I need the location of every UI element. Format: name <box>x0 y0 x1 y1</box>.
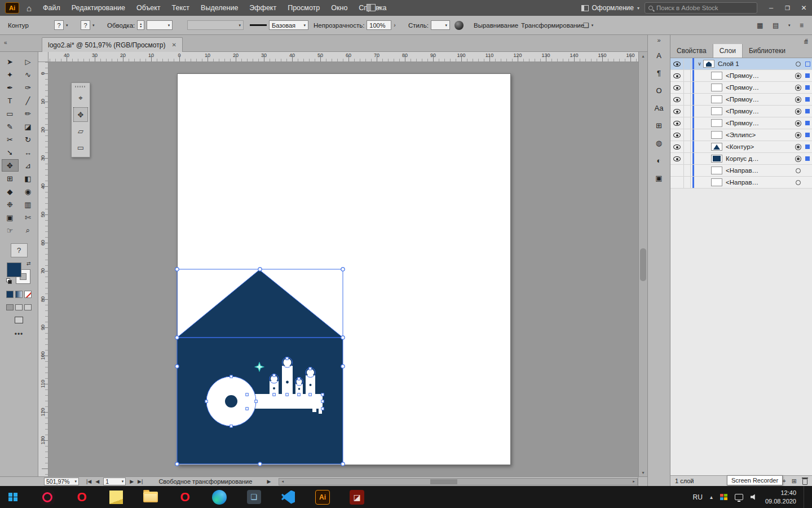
menu-Просмотр[interactable]: Просмотр <box>282 0 325 16</box>
delete-layer-icon[interactable] <box>802 479 807 485</box>
visibility-toggle[interactable] <box>670 106 684 117</box>
curvature-tool[interactable]: ✑ <box>20 81 37 94</box>
menu-Объект[interactable]: Объект <box>131 0 166 16</box>
stroke-weight-stepper[interactable]: ▴▾ <box>137 20 144 30</box>
layer-row[interactable]: Корпус д… <box>670 153 812 165</box>
target-indicator[interactable] <box>793 141 803 152</box>
swap-fill-stroke-icon[interactable]: ⇄ <box>27 261 31 266</box>
layer-row[interactable]: <Прямоу… <box>670 70 812 82</box>
free-transform-widget[interactable]: ⌖✥▱▭ <box>71 82 90 157</box>
lock-toggle[interactable] <box>684 129 691 141</box>
target-indicator[interactable] <box>793 70 803 81</box>
target-indicator[interactable] <box>793 82 803 93</box>
zoom-tool[interactable]: ⌕ <box>20 224 37 237</box>
width-profile-select[interactable]: ▾ <box>187 20 244 30</box>
hand-tool[interactable]: ☞ <box>2 224 19 237</box>
canvas-area[interactable]: 4030201001020304050607080901001101201301… <box>38 52 647 476</box>
lock-toggle[interactable] <box>684 165 691 176</box>
vertical-scrollbar[interactable]: ▴ ▾ <box>638 52 647 476</box>
layer-row[interactable]: <Прямоу… <box>670 82 812 94</box>
taskbar-file-explorer[interactable] <box>138 486 164 508</box>
style-select[interactable]: ▾ <box>431 20 450 30</box>
taskbar-opera-browser[interactable]: O <box>69 486 95 508</box>
character-styles-panel-icon[interactable]: Аа <box>651 100 667 115</box>
next-artboard-button[interactable]: ▶ <box>130 479 134 484</box>
gradient-swatch-button[interactable] <box>15 291 23 298</box>
selection-indicator[interactable] <box>803 141 812 152</box>
scroll-left-icon[interactable]: ◂ <box>279 479 286 485</box>
chevron-down-icon[interactable]: ▾ <box>788 23 791 28</box>
target-indicator[interactable] <box>793 106 803 117</box>
target-indicator[interactable] <box>793 177 803 188</box>
lock-toggle[interactable] <box>684 82 691 93</box>
layer-row[interactable]: <Направ… <box>670 177 812 189</box>
lock-toggle[interactable] <box>684 153 691 164</box>
rotate-tool[interactable]: ↻ <box>20 133 37 146</box>
character-panel-icon[interactable]: А <box>651 48 667 63</box>
draw-inside-button[interactable] <box>24 304 32 310</box>
layer-row[interactable]: <Прямоу… <box>670 106 812 117</box>
document-tab[interactable]: logo2.ai* @ 501,97% (RGB/Просмотр) ✕ <box>42 37 183 52</box>
tab-Библиотеки[interactable]: Библиотеки <box>743 44 792 58</box>
fill-swatch[interactable]: ? <box>54 20 64 30</box>
free-distort-icon[interactable]: ▭ <box>73 140 88 155</box>
target-indicator[interactable] <box>793 58 803 69</box>
selection-indicator[interactable] <box>803 165 812 176</box>
perspective-grid-tool[interactable]: ⊿ <box>20 159 37 172</box>
taskbar-illustrator[interactable]: Ai <box>310 486 336 508</box>
ruler-horizontal[interactable]: 4030201001020304050607080901001101201301… <box>48 52 638 62</box>
target-indicator[interactable] <box>793 94 803 105</box>
restore-button[interactable]: ❐ <box>779 0 796 16</box>
artboards-panel-icon[interactable]: ▣ <box>651 170 667 185</box>
layer-row[interactable]: <Контур> <box>670 141 812 153</box>
volume-icon[interactable] <box>751 494 758 501</box>
fill-proxy-swatch[interactable] <box>7 263 21 277</box>
selection-indicator[interactable] <box>803 82 812 93</box>
widget-grip[interactable] <box>75 84 86 89</box>
illustrator-logo[interactable]: Ai <box>5 2 19 14</box>
blend-tool[interactable]: ◉ <box>20 185 37 198</box>
panel-menu-icon[interactable]: ≡ <box>804 38 808 46</box>
minimize-button[interactable]: ─ <box>763 0 779 16</box>
target-indicator[interactable] <box>793 129 803 141</box>
taskbar-photo-editor[interactable]: ◪ <box>344 486 370 508</box>
fill-color-control[interactable]: ?▾ <box>54 16 68 34</box>
visibility-toggle[interactable] <box>670 165 684 176</box>
horizontal-scrollbar[interactable]: ◂ ▸ <box>279 478 638 485</box>
visibility-toggle[interactable] <box>670 58 684 69</box>
lasso-tool[interactable]: ∿ <box>20 68 37 81</box>
layer-row[interactable]: <Эллипс> <box>670 129 812 141</box>
visibility-toggle[interactable] <box>670 153 684 164</box>
menu-Окно[interactable]: Окно <box>325 0 353 16</box>
free-transform-icon[interactable]: ✥ <box>73 107 88 122</box>
eraser-tool[interactable]: ◪ <box>20 120 37 133</box>
home-icon[interactable]: ⌂ <box>27 3 32 13</box>
stock-search[interactable] <box>645 2 757 14</box>
lock-toggle[interactable] <box>684 94 691 105</box>
column-graph-tool[interactable]: ▥ <box>20 198 37 211</box>
tray-app-icon[interactable] <box>720 494 727 500</box>
graphic-styles-panel-icon[interactable]: ◐ <box>651 153 667 168</box>
first-artboard-button[interactable]: |◀ <box>86 479 91 484</box>
selection-indicator[interactable] <box>803 70 812 81</box>
collect-for-export-icon[interactable]: ⌖ <box>783 478 786 485</box>
layer-row[interactable]: ∨Слой 1 <box>670 58 812 70</box>
slice-tool[interactable]: ✄ <box>20 211 37 224</box>
scissors-tool[interactable]: ✂ <box>2 133 19 146</box>
paintbrush-tool[interactable]: ✏ <box>20 107 37 120</box>
stroke-swatch[interactable]: ? <box>81 20 90 30</box>
tab-Свойства[interactable]: Свойства <box>670 44 713 58</box>
artboard[interactable] <box>177 73 511 465</box>
opacity-more-button[interactable]: › <box>394 22 395 28</box>
tray-expand-icon[interactable]: ▴ <box>710 494 713 500</box>
clock[interactable]: 12:40 09.08.2020 <box>765 489 796 505</box>
artboard-number-select[interactable]: 1▾ <box>103 478 126 485</box>
draw-behind-button[interactable] <box>15 304 23 310</box>
visibility-toggle[interactable] <box>670 141 684 152</box>
taskbar-opera-gx[interactable] <box>34 486 60 508</box>
scale-tool[interactable]: ➘ <box>2 146 19 159</box>
paragraph-panel-icon[interactable]: ¶ <box>651 65 667 80</box>
scroll-right-icon[interactable]: ▸ <box>630 479 637 485</box>
opentype-panel-icon[interactable]: O <box>651 83 667 98</box>
tab-scroll-icon[interactable]: « <box>4 40 7 46</box>
